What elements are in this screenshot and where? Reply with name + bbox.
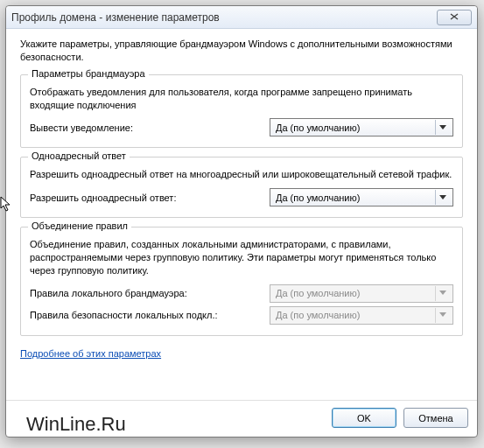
window-title: Профиль домена - изменение параметров <box>11 11 437 24</box>
dropdown-local-security-rules: Да (по умолчанию) <box>270 306 453 325</box>
dropdown-value: Да (по умолчанию) <box>276 122 435 133</box>
group-rule-merging: Объединение правил Объединение правил, с… <box>20 227 463 336</box>
titlebar: Профиль домена - изменение параметров <box>6 6 477 29</box>
cancel-button-label: Отмена <box>418 413 452 424</box>
dropdown-local-firewall-rules: Да (по умолчанию) <box>270 284 453 303</box>
group-desc: Отображать уведомления для пользователя,… <box>30 86 453 112</box>
dropdown-value: Да (по умолчанию) <box>276 192 435 203</box>
label-local-firewall-rules: Правила локального брандмауэра: <box>30 288 270 298</box>
dropdown-show-notification[interactable]: Да (по умолчанию) <box>270 118 453 136</box>
group-desc: Разрешить одноадресный ответ на многоадр… <box>30 168 453 181</box>
dialog-content: Укажите параметры, управляющие брандмауэ… <box>6 29 477 400</box>
row-allow-unicast: Разрешить одноадресный ответ: Да (по умо… <box>30 188 453 206</box>
dialog-window: Профиль домена - изменение параметров Ук… <box>5 5 478 438</box>
group-desc: Объединение правил, созданных локальными… <box>30 238 453 277</box>
group-unicast-response: Одноадресный ответ Разрешить одноадресны… <box>20 157 463 218</box>
dropdown-allow-unicast[interactable]: Да (по умолчанию) <box>270 188 453 206</box>
chevron-down-icon <box>435 286 449 301</box>
row-local-firewall-rules: Правила локального брандмауэра: Да (по у… <box>30 284 453 303</box>
cancel-button[interactable]: Отмена <box>403 408 468 428</box>
group-title: Одноадресный ответ <box>28 150 130 161</box>
label-show-notification: Вывести уведомление: <box>30 122 270 133</box>
learn-more-link[interactable]: Подробнее об этих параметрах <box>20 348 161 359</box>
close-button[interactable] <box>437 10 472 25</box>
group-title: Параметры брандмауэра <box>28 68 149 79</box>
group-firewall-settings: Параметры брандмауэра Отображать уведомл… <box>20 74 463 149</box>
dropdown-value: Да (по умолчанию) <box>276 288 435 298</box>
close-icon <box>450 12 459 22</box>
chevron-down-icon <box>435 190 449 205</box>
group-title: Объединение правил <box>28 220 131 231</box>
dropdown-value: Да (по умолчанию) <box>276 310 435 320</box>
row-show-notification: Вывести уведомление: Да (по умолчанию) <box>30 118 453 136</box>
chevron-down-icon <box>435 308 449 323</box>
button-bar: OK Отмена <box>6 400 477 437</box>
label-allow-unicast: Разрешить одноадресный ответ: <box>30 192 270 203</box>
ok-button-label: OK <box>357 413 371 424</box>
row-local-security-rules: Правила безопасности локальных подкл.: Д… <box>30 306 453 325</box>
intro-text: Укажите параметры, управляющие брандмауэ… <box>20 38 463 64</box>
chevron-down-icon <box>435 120 449 135</box>
label-local-security-rules: Правила безопасности локальных подкл.: <box>30 310 270 320</box>
ok-button[interactable]: OK <box>332 408 396 428</box>
